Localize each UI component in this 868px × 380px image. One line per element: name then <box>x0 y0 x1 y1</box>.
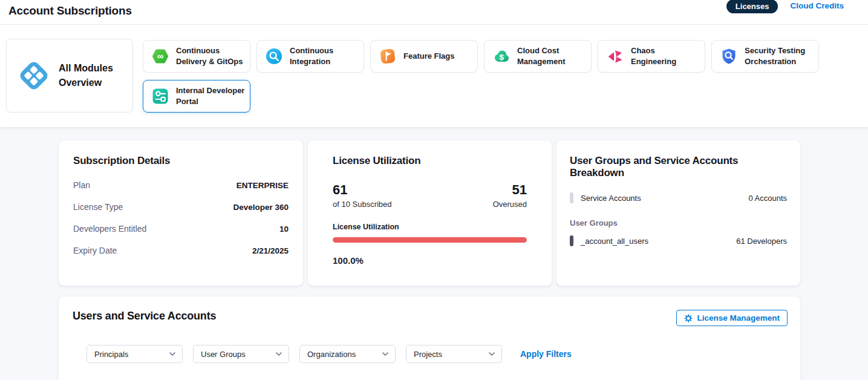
projects-filter[interactable]: Projects <box>406 345 502 363</box>
module-tile-internal-developer-portal[interactable]: Internal Developer Portal <box>143 80 250 113</box>
module-tile-chaos-engineering[interactable]: Chaos Engineering <box>598 40 705 73</box>
principals-filter[interactable]: Principals <box>86 345 183 363</box>
user-group-row: _account_all_users 61 Developers <box>570 235 787 246</box>
organizations-filter[interactable]: Organizations <box>299 345 396 363</box>
svg-text:∞: ∞ <box>157 51 164 61</box>
service-accounts-label: Service Accounts <box>581 194 641 203</box>
row-value: Developer 360 <box>233 203 289 212</box>
module-tile-label: Cloud Cost Management <box>517 45 586 67</box>
user-group-marker <box>570 235 573 246</box>
utilization-bar-label: License Utilization <box>333 223 527 231</box>
overused-count-block: 51 Overused <box>493 182 527 209</box>
breakdown-card: User Groups and Service Accounts Breakdo… <box>556 140 800 286</box>
svg-text:$: $ <box>499 53 504 62</box>
subscription-row-developers-entitled: Developers Entitled 10 <box>73 218 289 240</box>
user-groups-section-label: User Groups <box>570 218 787 228</box>
module-tile-continuous-integration[interactable]: Continuous Integration <box>256 40 364 73</box>
user-group-name: _account_all_users <box>581 237 648 246</box>
utilization-percent: 100.0% <box>333 255 527 266</box>
breakdown-title: User Groups and Service Accounts Breakdo… <box>570 155 787 179</box>
license-utilization-title: License Utilization <box>333 155 527 167</box>
chevron-down-icon <box>169 352 175 356</box>
security-testing-icon <box>720 47 738 65</box>
gear-icon <box>684 314 693 323</box>
overused-caption: Overused <box>493 200 527 209</box>
filters-row: Principals User Groups Organizations Pro… <box>86 345 572 363</box>
used-caption: of 10 Subscribed <box>333 200 392 209</box>
internal-developer-portal-icon <box>151 87 169 105</box>
feature-flags-icon <box>379 47 397 65</box>
module-tile-label: Internal Developer Portal <box>176 85 245 106</box>
license-management-label: License Management <box>697 313 780 323</box>
chaos-engineering-icon <box>606 47 624 65</box>
utilization-numbers: 61 of 10 Subscribed 51 Overused <box>333 182 527 209</box>
all-modules-icon <box>17 59 51 93</box>
apply-filters-button[interactable]: Apply Filters <box>520 349 572 359</box>
subscription-row-license-type: License Type Developer 360 <box>73 196 289 218</box>
row-value: ENTERPRISE <box>237 181 289 190</box>
license-management-button[interactable]: License Management <box>676 310 788 326</box>
service-accounts-marker <box>570 192 573 203</box>
subscription-row-plan: Plan ENTERPRISE <box>73 174 289 196</box>
service-accounts-value: 0 Accounts <box>748 194 787 203</box>
ci-icon <box>265 47 283 65</box>
module-tile-label: Continuous Delivery & GitOps <box>176 45 245 67</box>
used-count: 61 <box>333 182 392 198</box>
modules-bar: All Modules Overview ∞ Continuous Delive… <box>0 25 868 128</box>
module-tile-label: Security Testing Orchestration <box>745 45 814 67</box>
utilization-bar-fill <box>333 237 527 243</box>
service-accounts-row: Service Accounts 0 Accounts <box>570 192 787 203</box>
cloud-cost-icon: $ <box>492 47 511 65</box>
filter-label: Principals <box>94 350 128 359</box>
row-label: Expiry Date <box>73 246 117 255</box>
subscription-row-expiry-date: Expiry Date 2/21/2025 <box>73 240 289 261</box>
module-tile-label: Feature Flags <box>403 51 455 62</box>
filter-label: Projects <box>414 350 442 359</box>
page-title: Account Subscriptions <box>8 4 132 18</box>
utilization-bar-track <box>333 237 527 243</box>
account-subscriptions-page: Account Subscriptions Licenses Cloud Cre… <box>0 0 868 380</box>
row-value: 10 <box>279 224 289 234</box>
subscription-details-card: Subscription Details Plan ENTERPRISE Lic… <box>59 140 303 286</box>
all-modules-overview-label: All Modules Overview <box>59 61 126 90</box>
users-service-accounts-card: Users and Service Accounts <box>59 296 800 380</box>
module-tile-cd-gitops[interactable]: ∞ Continuous Delivery & GitOps <box>143 40 250 73</box>
filter-label: Organizations <box>307 350 356 359</box>
user-groups-filter[interactable]: User Groups <box>193 345 289 363</box>
licenses-tab[interactable]: Licenses <box>726 0 778 13</box>
row-label: Plan <box>73 180 90 190</box>
module-tile-cloud-cost[interactable]: $ Cloud Cost Management <box>484 40 592 73</box>
overused-count: 51 <box>493 182 527 198</box>
chevron-down-icon <box>382 352 388 356</box>
module-tile-security-testing[interactable]: Security Testing Orchestration <box>711 40 819 73</box>
cd-gitops-icon: ∞ <box>151 47 169 65</box>
header-tabs: Licenses Cloud Credits <box>726 0 844 13</box>
user-group-value: 61 Developers <box>736 237 787 246</box>
module-tile-label: Continuous Integration <box>290 45 359 67</box>
row-label: Developers Entitled <box>73 224 146 234</box>
subscription-details-title: Subscription Details <box>73 155 289 167</box>
cloud-credits-tab[interactable]: Cloud Credits <box>790 1 844 10</box>
subscription-rows: Plan ENTERPRISE License Type Developer 3… <box>73 174 289 261</box>
chevron-down-icon <box>489 352 495 356</box>
page-header: Account Subscriptions Licenses Cloud Cre… <box>0 0 868 25</box>
filter-label: User Groups <box>201 350 246 359</box>
chevron-down-icon <box>276 352 282 356</box>
row-label: License Type <box>73 202 123 212</box>
row-value: 2/21/2025 <box>252 246 289 255</box>
used-count-block: 61 of 10 Subscribed <box>333 182 392 209</box>
module-tile-label: Chaos Engineering <box>631 45 700 67</box>
license-utilization-card: License Utilization 61 of 10 Subscribed … <box>308 140 552 286</box>
module-tile-feature-flags[interactable]: Feature Flags <box>370 40 478 73</box>
all-modules-overview-card[interactable]: All Modules Overview <box>6 39 133 113</box>
